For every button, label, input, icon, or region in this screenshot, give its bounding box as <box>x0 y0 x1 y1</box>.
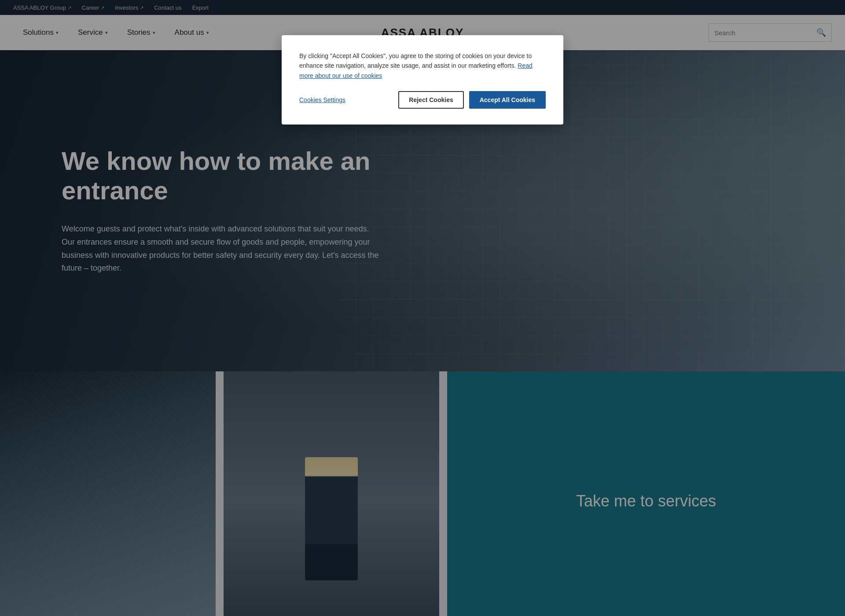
cookie-text: By clicking "Accept All Cookies", you ag… <box>299 51 546 81</box>
reject-cookies-button[interactable]: Reject Cookies <box>398 91 463 109</box>
cookie-overlay: By clicking "Accept All Cookies", you ag… <box>0 0 845 616</box>
accept-cookies-button[interactable]: Accept All Cookies <box>469 91 546 109</box>
cookies-settings-button[interactable]: Cookies Settings <box>299 96 345 103</box>
cookie-modal: By clicking "Accept All Cookies", you ag… <box>282 35 563 125</box>
cookie-buttons: Cookies Settings Reject Cookies Accept A… <box>299 91 546 109</box>
